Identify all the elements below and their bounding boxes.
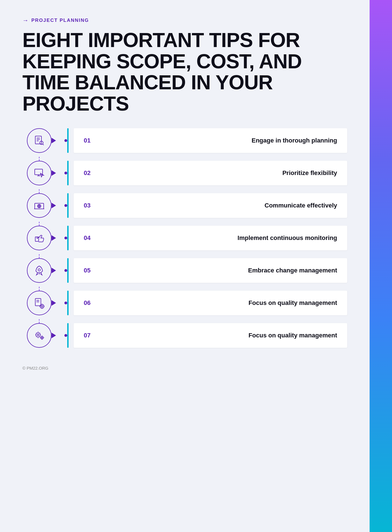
icon-arrow: [52, 170, 56, 176]
tip-row: 01Engage in thorough planning: [22, 128, 347, 153]
tip-card: 03Communicate effectively: [74, 193, 347, 218]
background-gradient: [370, 0, 392, 532]
dashed-line: [39, 319, 39, 323]
tips-list: 01Engage in thorough planning02Prioritiz…: [22, 128, 347, 352]
dashed-line: [39, 157, 39, 161]
tip-icon-circle: [27, 291, 52, 315]
copyright-text: © PM22.ORG: [22, 366, 48, 370]
icon-column: [22, 193, 56, 218]
blue-bar: [67, 323, 69, 348]
tip-number: 02: [84, 169, 101, 177]
icon-arrow: [52, 333, 56, 338]
tip-card: 07Focus on quality management: [74, 323, 347, 348]
tip-number: 07: [84, 332, 101, 339]
blue-bar: [67, 226, 69, 250]
footer: © PM22.ORG: [22, 366, 347, 370]
tip-number: 06: [84, 299, 101, 307]
tip-title: Prioritize flexibility: [101, 169, 337, 177]
dashed-connector-row: [22, 157, 347, 161]
blue-bar: [67, 193, 69, 218]
tip-title: Focus on quality management: [101, 299, 337, 307]
connector-dot: [64, 204, 67, 207]
tip-card: 01Engage in thorough planning: [74, 128, 347, 153]
icon-arrow: [52, 203, 56, 208]
connector-dot: [64, 334, 67, 337]
tip-row: 07Focus on quality management: [22, 323, 347, 348]
tip-row: 02Prioritize flexibility: [22, 161, 347, 185]
dashed-line: [39, 254, 39, 258]
connector-dot: [64, 172, 67, 174]
dashed-line: [39, 189, 39, 193]
page-content: → PROJECT PLANNING EIGHT IMPORTANT TIPS …: [0, 0, 370, 387]
icon-wrapper: [27, 323, 52, 348]
category-text: PROJECT PLANNING: [31, 18, 89, 23]
blue-bar: [67, 161, 69, 185]
tip-row: 06Focus on quality management: [22, 291, 347, 315]
icon-arrow: [52, 138, 56, 143]
tip-icon-circle: [27, 226, 52, 250]
dashed-line: [39, 222, 39, 226]
tip-icon-circle: [27, 128, 52, 153]
dashed-connector-row: [22, 319, 347, 323]
tip-icon-circle: [27, 193, 52, 218]
dashed-connector-row: [22, 222, 347, 226]
tip-card: 02Prioritize flexibility: [74, 161, 347, 185]
tip-number: 04: [84, 234, 101, 242]
icon-column: [22, 161, 56, 185]
tip-icon-circle: [27, 161, 52, 185]
icon-wrapper: [27, 193, 52, 218]
icon-wrapper: [27, 291, 52, 315]
tip-row: 03Communicate effectively: [22, 193, 347, 218]
connector-dot: [64, 269, 67, 272]
arrow-icon: →: [22, 17, 29, 24]
connector-dot: [64, 139, 67, 142]
tip-row: 05Embrace change management: [22, 258, 347, 283]
tip-icon-circle: [27, 258, 52, 283]
dashed-connector-row: [22, 287, 347, 291]
tip-card: 05Embrace change management: [74, 258, 347, 283]
tip-title: Communicate effectively: [101, 202, 337, 209]
connector-dot: [64, 237, 67, 239]
category-label: → PROJECT PLANNING: [22, 17, 347, 24]
icon-column: [22, 258, 56, 283]
icon-wrapper: [27, 226, 52, 250]
icon-arrow: [52, 300, 56, 306]
tip-number: 05: [84, 267, 101, 274]
icon-column: [22, 291, 56, 315]
main-title: EIGHT IMPORTANT TIPS FOR KEEPING SCOPE, …: [22, 30, 347, 114]
tip-number: 03: [84, 202, 101, 209]
icon-wrapper: [27, 161, 52, 185]
dashed-connector-row: [22, 254, 347, 258]
tip-card: 06Focus on quality management: [74, 291, 347, 315]
connector-dot: [64, 302, 67, 304]
tip-title: Focus on quality management: [101, 332, 337, 339]
tip-card: 04Implement continuous monitoring: [74, 226, 347, 250]
tip-number: 01: [84, 137, 101, 144]
blue-bar: [67, 258, 69, 283]
icon-arrow: [52, 235, 56, 241]
tip-row: 04Implement continuous monitoring: [22, 226, 347, 250]
blue-bar: [67, 291, 69, 315]
tip-title: Engage in thorough planning: [101, 137, 337, 144]
icon-column: [22, 128, 56, 153]
tip-title: Implement continuous monitoring: [101, 234, 337, 242]
tip-icon-circle: [27, 323, 52, 348]
blue-bar: [67, 128, 69, 153]
icon-wrapper: [27, 258, 52, 283]
tip-title: Embrace change management: [101, 267, 337, 274]
icon-column: [22, 323, 56, 348]
icon-column: [22, 226, 56, 250]
dashed-line: [39, 287, 39, 291]
icon-arrow: [52, 268, 56, 273]
icon-wrapper: [27, 128, 52, 153]
dashed-connector-row: [22, 189, 347, 193]
